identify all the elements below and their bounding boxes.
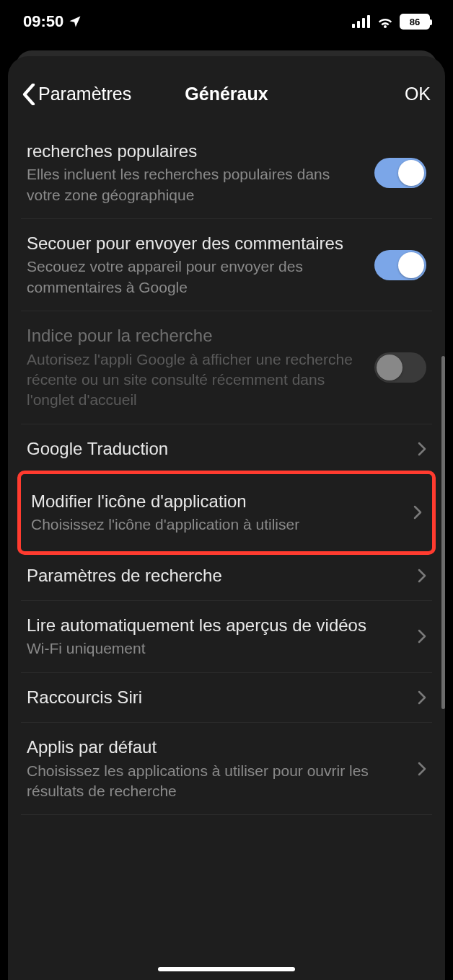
row-text: Paramètres de recherche — [27, 564, 406, 587]
ok-button[interactable]: OK — [405, 84, 431, 104]
highlight-box: Modifier l'icône d'application Choisisse… — [17, 471, 436, 555]
row-title: Indice pour la recherche — [27, 324, 363, 347]
home-indicator[interactable] — [158, 967, 295, 971]
row-text: Modifier l'icône d'application Choisisse… — [31, 490, 402, 535]
row-title: recherches populaires — [27, 140, 363, 163]
toggle-shake-feedback[interactable] — [374, 250, 426, 280]
row-subtitle: Autorisez l'appli Google à afficher une … — [27, 349, 363, 411]
battery-level: 86 — [410, 17, 420, 27]
row-popular-searches[interactable]: recherches populaires Elles incluent les… — [21, 133, 432, 219]
toggle-popular-searches[interactable] — [374, 158, 426, 188]
chevron-left-icon — [22, 84, 35, 105]
row-search-hint: Indice pour la recherche Autorisez l'app… — [21, 311, 432, 424]
toggle-search-hint — [374, 352, 426, 383]
svg-rect-3 — [367, 15, 370, 28]
battery-icon: 86 — [400, 14, 430, 30]
row-text: Google Traduction — [27, 437, 406, 460]
row-autoplay-video-previews[interactable]: Lire automatiquement les aperçus de vidé… — [21, 601, 432, 673]
row-title: Lire automatiquement les aperçus de vidé… — [27, 614, 406, 637]
status-right: 86 — [352, 14, 430, 30]
row-text: Lire automatiquement les aperçus de vidé… — [27, 614, 406, 659]
chevron-right-icon — [418, 690, 426, 705]
row-subtitle: Choisissez l'icône d'application à utili… — [31, 514, 402, 535]
chevron-right-icon — [418, 442, 426, 456]
row-search-settings[interactable]: Paramètres de recherche — [21, 551, 432, 601]
settings-sheet: Paramètres Généraux OK recherches popula… — [8, 56, 445, 980]
row-subtitle: Elles incluent les recherches populaires… — [27, 164, 363, 205]
row-title: Secouer pour envoyer des commentaires — [27, 232, 363, 255]
settings-list[interactable]: recherches populaires Elles incluent les… — [8, 133, 445, 980]
row-text: Secouer pour envoyer des commentaires Se… — [27, 232, 363, 298]
row-title: Raccourcis Siri — [27, 686, 406, 709]
row-title: Applis par défaut — [27, 736, 406, 759]
row-shake-feedback[interactable]: Secouer pour envoyer des commentaires Se… — [21, 219, 432, 311]
toggle-knob — [398, 160, 424, 186]
row-google-translate[interactable]: Google Traduction — [21, 424, 432, 474]
nav-header: Paramètres Généraux OK — [8, 56, 445, 133]
chevron-right-icon — [418, 762, 426, 776]
chevron-right-icon — [418, 629, 426, 643]
svg-rect-2 — [362, 18, 365, 28]
scrollbar[interactable] — [441, 356, 445, 709]
row-change-app-icon[interactable]: Modifier l'icône d'application Choisisse… — [21, 474, 432, 551]
row-text: Indice pour la recherche Autorisez l'app… — [27, 324, 363, 410]
row-subtitle: Choisissez les applications à utiliser p… — [27, 761, 406, 802]
status-left: 09:50 — [23, 12, 82, 31]
row-default-apps[interactable]: Applis par défaut Choisissez les applica… — [21, 723, 432, 815]
status-bar: 09:50 86 — [0, 0, 453, 43]
row-siri-shortcuts[interactable]: Raccourcis Siri — [21, 673, 432, 723]
toggle-knob — [377, 355, 403, 380]
row-title: Google Traduction — [27, 437, 406, 460]
row-text: Applis par défaut Choisissez les applica… — [27, 736, 406, 801]
cellular-icon — [352, 15, 371, 28]
row-text: Raccourcis Siri — [27, 686, 406, 709]
back-label: Paramètres — [38, 84, 131, 104]
location-icon — [68, 14, 82, 29]
row-text: recherches populaires Elles incluent les… — [27, 140, 363, 205]
status-time: 09:50 — [23, 12, 63, 31]
row-title: Modifier l'icône d'application — [31, 490, 402, 513]
row-title: Paramètres de recherche — [27, 564, 406, 587]
svg-rect-1 — [357, 21, 360, 28]
toggle-knob — [398, 252, 424, 278]
row-subtitle: Secouez votre appareil pour envoyer des … — [27, 257, 363, 298]
back-button[interactable]: Paramètres — [22, 84, 131, 105]
chevron-right-icon — [413, 505, 422, 520]
row-subtitle: Wi-Fi uniquement — [27, 638, 406, 659]
chevron-right-icon — [418, 569, 426, 583]
svg-rect-0 — [352, 24, 355, 28]
wifi-icon — [377, 15, 394, 28]
